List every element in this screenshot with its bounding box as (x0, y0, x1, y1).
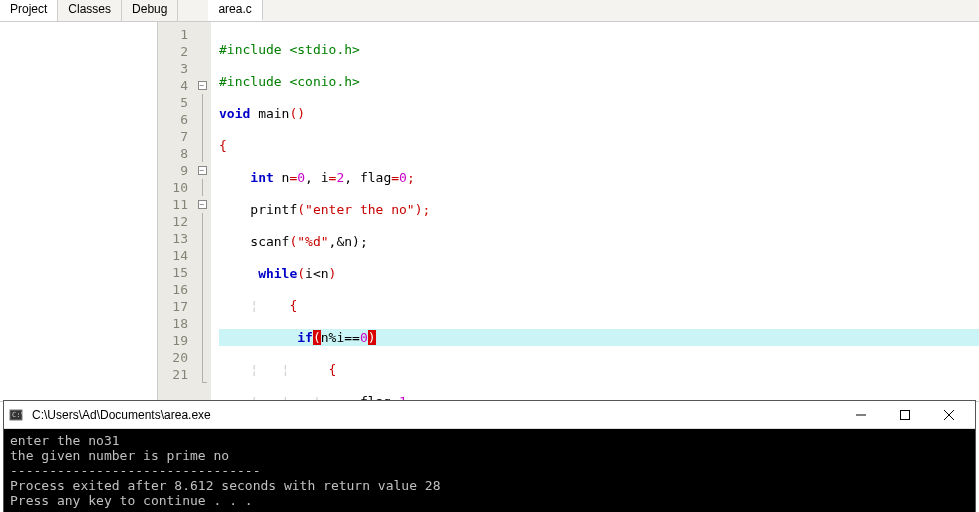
preprocessor: #include <stdio.h> (219, 42, 360, 57)
tab-classes[interactable]: Classes (58, 0, 122, 21)
brace-match: ) (368, 330, 376, 345)
code-editor[interactable]: 1 2 3 4 5 6 7 8 9 10 11 12 13 14 15 16 1… (158, 22, 979, 401)
paren: ( (297, 202, 305, 217)
line-number: 13 (168, 230, 188, 247)
line-number: 5 (168, 94, 188, 111)
op: = (391, 170, 399, 185)
line-number: 14 (168, 247, 188, 264)
paren: () (289, 106, 305, 121)
editor-area: 1 2 3 4 5 6 7 8 9 10 11 12 13 14 15 16 1… (0, 22, 979, 402)
line-number: 3 (168, 60, 188, 77)
code-text: printf (250, 202, 297, 217)
maximize-button[interactable] (883, 401, 927, 429)
minimize-button[interactable] (839, 401, 883, 429)
number: 0 (399, 170, 407, 185)
console-output[interactable]: enter the no31 the given number is prime… (4, 429, 975, 512)
line-number: 9 (168, 162, 188, 179)
line-number: 4 (168, 77, 188, 94)
keyword: while (258, 266, 297, 281)
paren: ); (415, 202, 431, 217)
svg-text:C:\: C:\ (12, 411, 23, 419)
console-app-icon: C:\ (8, 407, 24, 423)
line-number: 11 (168, 196, 188, 213)
console-line: -------------------------------- (10, 463, 260, 478)
string: "enter the no" (305, 202, 415, 217)
line-number: 1 (168, 26, 188, 43)
console-titlebar[interactable]: C:\ C:\Users\Ad\Documents\area.exe (4, 401, 975, 429)
line-number: 6 (168, 111, 188, 128)
code-text: , i (305, 170, 328, 185)
line-number: 18 (168, 315, 188, 332)
brace-match: ( (313, 330, 321, 345)
paren: ) (329, 266, 337, 281)
line-number: 7 (168, 128, 188, 145)
console-line: Process exited after 8.612 seconds with … (10, 478, 440, 493)
paren: ( (297, 266, 305, 281)
line-number: 19 (168, 332, 188, 349)
tab-file-area-c[interactable]: area.c (208, 0, 262, 21)
code-text: scanf (250, 234, 289, 249)
keyword: if (297, 330, 313, 345)
semi: ; (407, 170, 415, 185)
code-text: n%i== (321, 330, 360, 345)
project-sidebar[interactable] (0, 22, 158, 401)
fold-toggle-icon[interactable]: − (198, 81, 207, 90)
line-number: 17 (168, 298, 188, 315)
line-number: 16 (168, 281, 188, 298)
line-number: 12 (168, 213, 188, 230)
line-number: 21 (168, 366, 188, 383)
code-content[interactable]: #include <stdio.h> #include <conio.h> vo… (211, 22, 979, 401)
console-title: C:\Users\Ad\Documents\area.exe (30, 408, 839, 422)
line-number: 20 (168, 349, 188, 366)
fold-toggle-icon[interactable]: − (198, 166, 207, 175)
brace: { (289, 298, 297, 313)
line-number: 15 (168, 264, 188, 281)
tab-debug[interactable]: Debug (122, 0, 178, 21)
preprocessor: #include <conio.h> (219, 74, 360, 89)
tab-project[interactable]: Project (0, 0, 58, 21)
console-line: Press any key to continue . . . (10, 493, 253, 508)
code-text: , flag (344, 170, 391, 185)
brace: { (219, 138, 227, 153)
keyword: void (219, 106, 250, 121)
keyword: int (250, 170, 273, 185)
close-button[interactable] (927, 401, 971, 429)
code-text: main (250, 106, 289, 121)
console-line: the given number is prime no (10, 448, 229, 463)
string: "%d" (297, 234, 328, 249)
code-text (219, 330, 297, 345)
number: 0 (297, 170, 305, 185)
code-text: i<n (305, 266, 328, 281)
brace: { (329, 362, 337, 377)
tab-bar: Project Classes Debug area.c (0, 0, 979, 22)
code-text: n (274, 170, 290, 185)
fold-toggle-icon[interactable]: − (198, 200, 207, 209)
console-line: enter the no31 (10, 433, 120, 448)
line-number-gutter: 1 2 3 4 5 6 7 8 9 10 11 12 13 14 15 16 1… (158, 22, 193, 401)
number: 0 (360, 330, 368, 345)
console-window: C:\ C:\Users\Ad\Documents\area.exe enter… (3, 400, 976, 512)
code-text: ,&n); (329, 234, 368, 249)
line-number: 2 (168, 43, 188, 60)
line-number: 10 (168, 179, 188, 196)
line-number: 8 (168, 145, 188, 162)
svg-rect-3 (901, 410, 910, 419)
fold-column: − − − (193, 22, 211, 401)
